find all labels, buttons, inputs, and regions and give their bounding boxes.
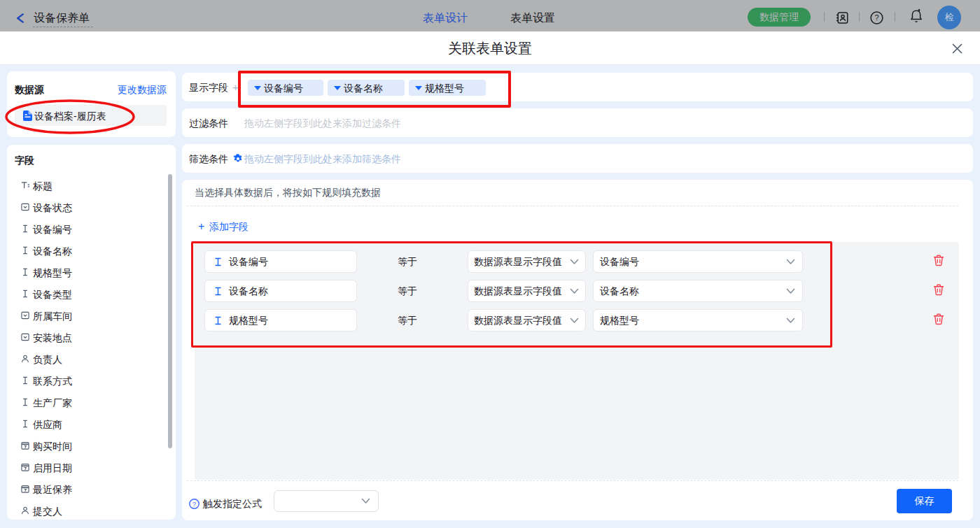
svg-text:?: ? [874, 13, 878, 22]
svg-text:?: ? [192, 500, 196, 508]
